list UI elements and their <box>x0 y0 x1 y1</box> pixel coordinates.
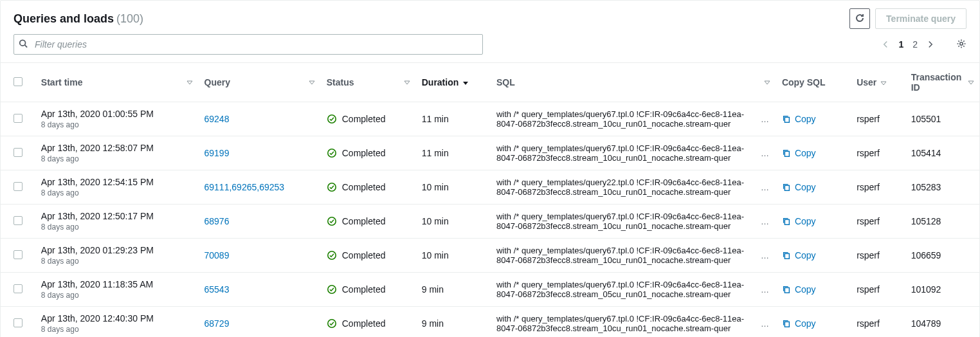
panel-count: (100) <box>116 12 143 26</box>
svg-line-1 <box>25 45 28 48</box>
sql-truncation-indicator: … <box>761 149 769 158</box>
row-checkbox[interactable] <box>14 148 23 157</box>
relative-time: 8 days ago <box>41 120 192 129</box>
copy-icon <box>782 217 791 226</box>
sort-icon <box>968 77 974 87</box>
copy-sql-button[interactable]: Copy <box>782 182 844 192</box>
copy-sql-button[interactable]: Copy <box>782 216 844 226</box>
svg-rect-10 <box>785 219 789 224</box>
user: rsperf <box>857 148 880 158</box>
copy-sql-button[interactable]: Copy <box>782 114 844 124</box>
copy-label: Copy <box>795 148 816 158</box>
user: rsperf <box>857 250 880 260</box>
user: rsperf <box>857 284 880 295</box>
table-header-row: Start time Query Status Duration SQL Cop… <box>1 63 979 102</box>
sort-icon <box>186 77 193 87</box>
copy-icon <box>782 183 791 192</box>
col-query[interactable]: Query <box>198 63 320 102</box>
filter-queries-input[interactable] <box>14 34 483 55</box>
sort-icon <box>404 77 410 87</box>
sql-truncation-indicator: … <box>761 251 769 260</box>
col-duration[interactable]: Duration <box>415 63 490 102</box>
transaction-id: 104789 <box>911 318 941 329</box>
col-status[interactable]: Status <box>320 63 415 102</box>
svg-rect-4 <box>785 117 789 122</box>
status-success-icon <box>327 284 337 295</box>
settings-button[interactable] <box>956 39 966 51</box>
query-id-link[interactable]: 69248 <box>204 114 230 124</box>
row-checkbox[interactable] <box>14 114 23 123</box>
duration: 9 min <box>422 318 444 329</box>
start-time: Apr 13th, 2020 12:40:30 PM <box>41 313 192 323</box>
svg-rect-8 <box>785 185 789 190</box>
search-wrap <box>14 34 483 55</box>
row-checkbox[interactable] <box>14 216 23 225</box>
pagination: 1 2 <box>882 39 934 50</box>
select-all-checkbox[interactable] <box>14 77 23 86</box>
relative-time: 8 days ago <box>41 291 192 300</box>
status-success-icon <box>327 148 337 158</box>
row-checkbox[interactable] <box>14 250 23 259</box>
sql-snippet: with /* query_templates/query67.tpl.0 !C… <box>496 246 756 265</box>
copy-sql-button[interactable]: Copy <box>782 250 844 260</box>
copy-sql-button[interactable]: Copy <box>782 284 844 295</box>
start-time: Apr 13th, 2020 12:50:17 PM <box>41 211 192 221</box>
sql-snippet: with /* query_templates/query67.tpl.0 !C… <box>496 212 756 231</box>
svg-rect-6 <box>785 151 789 156</box>
query-id-link[interactable]: 68976 <box>204 216 230 226</box>
sql-snippet: with /* query_templates/query22.tpl.0 !C… <box>496 178 756 197</box>
col-sql[interactable]: SQL <box>490 63 776 102</box>
copy-sql-button[interactable]: Copy <box>782 148 844 158</box>
duration: 10 min <box>422 182 449 192</box>
panel-title: Queries and loads <box>14 12 114 26</box>
row-checkbox[interactable] <box>14 318 23 327</box>
status-success-icon <box>327 318 337 329</box>
refresh-icon <box>855 13 865 25</box>
sql-snippet: with /* query_templates/query67.tpl.0 !C… <box>496 143 756 163</box>
svg-rect-14 <box>785 287 789 293</box>
status-text: Completed <box>342 216 386 226</box>
copy-icon <box>782 149 791 158</box>
col-transaction-id[interactable]: Transaction ID <box>905 63 979 102</box>
status-success-icon <box>327 216 337 226</box>
svg-rect-16 <box>785 322 789 327</box>
page-2[interactable]: 2 <box>912 39 918 50</box>
refresh-button[interactable] <box>849 8 870 29</box>
sql-truncation-indicator: … <box>761 114 769 124</box>
svg-point-2 <box>960 42 963 44</box>
query-id-link[interactable]: 68729 <box>204 318 230 329</box>
row-checkbox[interactable] <box>14 182 23 191</box>
col-start-time[interactable]: Start time <box>35 63 198 102</box>
start-time: Apr 13th, 2020 12:58:07 PM <box>41 143 192 153</box>
query-id-link[interactable]: 69111,69265,69253 <box>204 182 285 192</box>
table-row: Apr 13th, 2020 12:40:30 PM 8 days ago 68… <box>1 307 979 338</box>
terminate-query-button[interactable]: Terminate query <box>875 8 966 29</box>
col-user[interactable]: User <box>850 63 905 102</box>
status-success-icon <box>327 250 337 260</box>
table-row: Apr 13th, 2020 12:50:17 PM 8 days ago 68… <box>1 205 979 239</box>
user: rsperf <box>857 114 880 124</box>
query-id-link[interactable]: 65543 <box>204 284 230 295</box>
page-1[interactable]: 1 <box>898 39 903 50</box>
relative-time: 8 days ago <box>41 223 192 232</box>
status-success-icon <box>327 182 337 192</box>
sql-truncation-indicator: … <box>761 217 769 226</box>
status-text: Completed <box>342 318 386 329</box>
table-row: Apr 13th, 2020 11:18:35 AM 8 days ago 65… <box>1 273 979 307</box>
transaction-id: 101092 <box>911 284 941 295</box>
copy-label: Copy <box>795 114 816 124</box>
duration: 10 min <box>422 250 449 260</box>
sql-snippet: with /* query_templates/query67.tpl.0 !C… <box>496 280 756 299</box>
copy-sql-button[interactable]: Copy <box>782 318 844 329</box>
copy-label: Copy <box>795 284 816 295</box>
transaction-id: 105128 <box>911 216 941 226</box>
prev-page-button[interactable] <box>882 41 889 48</box>
transaction-id: 106659 <box>911 250 941 260</box>
next-page-button[interactable] <box>927 41 934 48</box>
copy-icon <box>782 319 791 328</box>
table-row: Apr 13th, 2020 12:54:15 PM 8 days ago 69… <box>1 170 979 205</box>
query-id-link[interactable]: 70089 <box>204 250 230 260</box>
user: rsperf <box>857 216 880 226</box>
query-id-link[interactable]: 69199 <box>204 148 230 158</box>
row-checkbox[interactable] <box>14 284 23 293</box>
